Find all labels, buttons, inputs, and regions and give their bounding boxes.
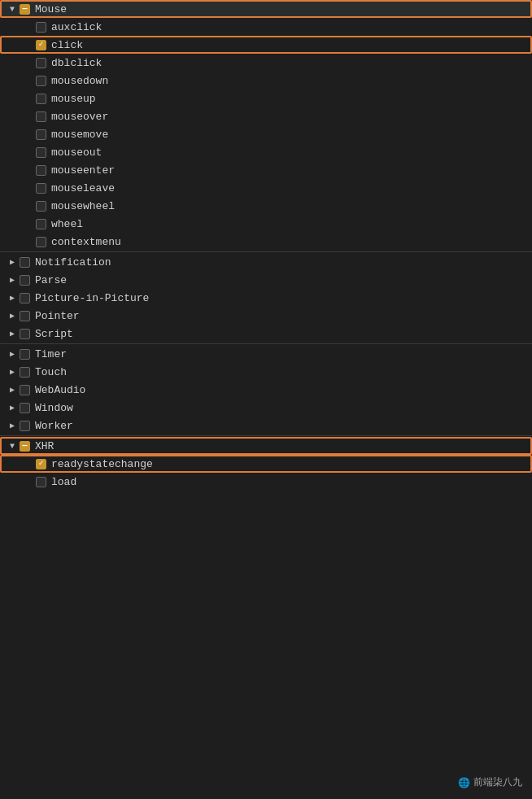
tree-item-mouseover[interactable]: mouseover (0, 107, 532, 125)
tree-item-window-group[interactable]: Window (0, 399, 532, 417)
tree-item-parse-group[interactable]: Parse (0, 271, 532, 289)
checkbox[interactable] (36, 459, 46, 469)
watermark-icon: 🌐 (458, 777, 470, 788)
checkbox[interactable] (20, 403, 30, 413)
item-label: Pointer (35, 310, 80, 322)
item-label: auxclick (51, 21, 102, 33)
checkbox[interactable] (20, 441, 30, 452)
checkbox[interactable] (20, 421, 30, 431)
expand-arrow[interactable] (7, 366, 18, 378)
tree-item-mouseup[interactable]: mouseup (0, 90, 532, 107)
tree-item-load[interactable]: load (0, 473, 532, 491)
tree-item-script-group[interactable]: Script (0, 325, 532, 343)
expand-arrow[interactable] (7, 328, 18, 339)
checkbox[interactable] (20, 275, 30, 286)
checkbox[interactable] (20, 311, 30, 321)
tree-item-pointer-group[interactable]: Pointer (0, 307, 532, 325)
tree-item-auxclick[interactable]: auxclick (0, 18, 532, 36)
item-label: mousemove (51, 129, 108, 141)
expand-arrow[interactable] (7, 256, 18, 268)
tree-item-timer-group[interactable]: Timer (0, 345, 532, 363)
divider (0, 251, 532, 252)
checkbox[interactable] (20, 4, 30, 15)
item-label: Worker (35, 420, 73, 432)
tree-item-xhr-group[interactable]: XHR (0, 437, 532, 455)
tree-item-mouseenter[interactable]: mouseenter (0, 161, 532, 179)
item-label: contextmenu (51, 236, 121, 248)
tree-item-touch-group[interactable]: Touch (0, 363, 532, 381)
checkbox[interactable] (36, 219, 46, 229)
item-label: Mouse (35, 3, 67, 15)
tree-item-mouse-group[interactable]: Mouse (0, 0, 532, 18)
watermark: 🌐 前端柒八九 (458, 775, 522, 789)
checkbox[interactable] (36, 201, 46, 212)
checkbox[interactable] (36, 22, 46, 33)
item-label: mouseup (51, 93, 96, 105)
divider (0, 435, 532, 436)
item-label: dblclick (51, 57, 102, 69)
expand-arrow[interactable] (7, 348, 18, 360)
expand-arrow[interactable] (7, 310, 18, 321)
expand-arrow[interactable] (7, 402, 18, 413)
item-label: Picture-in-Picture (35, 292, 149, 304)
checkbox[interactable] (20, 385, 30, 395)
tree-item-mouseleave[interactable]: mouseleave (0, 179, 532, 197)
expand-arrow[interactable] (7, 3, 18, 15)
item-label: Timer (35, 348, 67, 360)
checkbox[interactable] (36, 147, 46, 158)
divider (0, 343, 532, 344)
tree-item-readystatechange[interactable]: readystatechange (0, 455, 532, 473)
item-label: readystatechange (51, 458, 153, 470)
expand-arrow[interactable] (7, 420, 18, 431)
tree-item-mousemove[interactable]: mousemove (0, 125, 532, 143)
item-label: mouseover (51, 111, 108, 123)
item-label: mouseout (51, 146, 102, 159)
expand-arrow[interactable] (7, 440, 18, 452)
item-label: mouseenter (51, 164, 115, 177)
checkbox[interactable] (36, 76, 46, 86)
checkbox[interactable] (20, 367, 30, 378)
tree-item-pip-group[interactable]: Picture-in-Picture (0, 289, 532, 307)
tree-item-click[interactable]: click (0, 36, 532, 54)
tree-item-wheel[interactable]: wheel (0, 215, 532, 233)
item-label: Script (35, 328, 73, 340)
tree-item-worker-group[interactable]: Worker (0, 417, 532, 434)
item-label: WebAudio (35, 384, 85, 396)
checkbox[interactable] (20, 293, 30, 303)
item-label: XHR (35, 440, 54, 452)
tree-item-contextmenu[interactable]: contextmenu (0, 233, 532, 251)
checkbox[interactable] (20, 329, 30, 339)
watermark-text: 前端柒八九 (473, 775, 522, 789)
checkbox[interactable] (36, 477, 46, 487)
item-label: Notification (35, 256, 111, 269)
item-label: Parse (35, 274, 67, 286)
checkbox[interactable] (36, 40, 46, 50)
expand-arrow[interactable] (7, 384, 18, 395)
checkbox[interactable] (36, 111, 46, 122)
checkbox[interactable] (36, 237, 46, 247)
item-label: mousewheel (51, 200, 115, 212)
event-listener-tree: Mouseauxclickclickdblclickmousedownmouse… (0, 0, 532, 491)
tree-item-dblclick[interactable]: dblclick (0, 54, 532, 72)
tree-item-mouseout[interactable]: mouseout (0, 143, 532, 161)
tree-item-webaudio-group[interactable]: WebAudio (0, 381, 532, 399)
item-label: mouseleave (51, 182, 115, 194)
tree-item-notification-group[interactable]: Notification (0, 253, 532, 271)
expand-arrow[interactable] (7, 292, 18, 303)
item-label: click (51, 39, 83, 51)
checkbox[interactable] (36, 165, 46, 176)
item-label: load (51, 476, 76, 488)
checkbox[interactable] (20, 349, 30, 360)
item-label: Touch (35, 366, 67, 378)
item-label: Window (35, 402, 73, 414)
item-label: mousedown (51, 75, 108, 87)
checkbox[interactable] (36, 94, 46, 104)
checkbox[interactable] (36, 129, 46, 140)
tree-item-mousewheel[interactable]: mousewheel (0, 197, 532, 215)
item-label: wheel (51, 218, 83, 230)
checkbox[interactable] (36, 183, 46, 194)
checkbox[interactable] (20, 257, 30, 268)
expand-arrow[interactable] (7, 274, 18, 286)
tree-item-mousedown[interactable]: mousedown (0, 72, 532, 90)
checkbox[interactable] (36, 58, 46, 68)
